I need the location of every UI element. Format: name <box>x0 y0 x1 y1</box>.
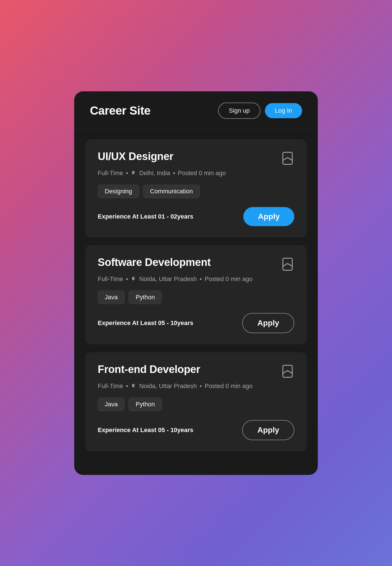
apply-button[interactable]: Apply <box>243 207 294 226</box>
svg-rect-1 <box>283 258 292 270</box>
job-experience: Experience At Least 05 - 10years <box>98 426 193 434</box>
job-meta: Full-Time • Noida, Uttar Pradesh • Poste… <box>98 275 294 283</box>
job-footer: Experience At Least 05 - 10years Apply <box>98 420 294 440</box>
job-type: Full-Time <box>98 170 123 177</box>
job-card-header: UI/UX Designer <box>98 150 294 165</box>
dot-separator: • <box>126 382 128 390</box>
job-tags: JavaPython <box>98 398 294 411</box>
job-experience: Experience At Least 05 - 10years <box>98 319 193 327</box>
job-posted: Posted 0 min ago <box>205 275 253 283</box>
job-tag: Java <box>98 291 125 304</box>
dot-separator: • <box>126 170 128 177</box>
jobs-list: UI/UX Designer Full-Time • Delhi, India … <box>74 129 318 461</box>
job-tag: Java <box>98 398 125 411</box>
job-title: UI/UX Designer <box>98 150 173 163</box>
apply-button[interactable]: Apply <box>242 313 294 333</box>
location-icon <box>131 171 136 175</box>
dot-separator-2: • <box>173 170 175 177</box>
job-footer: Experience At Least 05 - 10years Apply <box>98 313 294 333</box>
location-icon <box>131 277 136 281</box>
job-posted: Posted 0 min ago <box>205 382 253 390</box>
login-button[interactable]: Log In <box>265 103 302 118</box>
job-tag: Communication <box>143 185 200 198</box>
header-actions: Sign up Log In <box>218 103 302 119</box>
job-card: Software Development Full-Time • Noida, … <box>85 245 307 344</box>
bookmark-icon[interactable] <box>281 258 294 271</box>
apply-button[interactable]: Apply <box>242 420 294 440</box>
job-location: Delhi, India <box>139 170 170 177</box>
job-title: Software Development <box>98 256 211 268</box>
job-location: Noida, Uttar Pradesh <box>139 275 197 283</box>
job-meta: Full-Time • Delhi, India • Posted 0 min … <box>98 170 294 177</box>
job-title: Front-end Developer <box>98 363 200 375</box>
job-type: Full-Time <box>98 275 123 283</box>
bookmark-icon[interactable] <box>281 152 294 165</box>
job-tag: Python <box>129 398 162 411</box>
job-card-header: Front-end Developer <box>98 363 294 378</box>
app-container: Career Site Sign up Log In UI/UX Designe… <box>74 91 318 475</box>
job-tag: Python <box>129 291 162 304</box>
job-tags: DesigningCommunication <box>98 185 294 198</box>
job-experience: Experience At Least 01 - 02years <box>98 213 193 220</box>
dot-separator-2: • <box>200 275 202 283</box>
svg-rect-2 <box>283 365 292 377</box>
job-posted: Posted 0 min ago <box>178 170 226 177</box>
job-footer: Experience At Least 01 - 02years Apply <box>98 207 294 226</box>
dot-separator-2: • <box>200 382 202 390</box>
job-tags: JavaPython <box>98 291 294 304</box>
signup-button[interactable]: Sign up <box>218 103 260 119</box>
job-card: Front-end Developer Full-Time • Noida, U… <box>85 352 307 451</box>
job-card-header: Software Development <box>98 256 294 271</box>
site-title: Career Site <box>90 104 150 117</box>
job-meta: Full-Time • Noida, Uttar Pradesh • Poste… <box>98 382 294 390</box>
job-location: Noida, Uttar Pradesh <box>139 382 197 390</box>
svg-rect-0 <box>283 152 292 164</box>
location-icon <box>131 384 136 388</box>
dot-separator: • <box>126 275 128 283</box>
job-type: Full-Time <box>98 382 123 390</box>
job-tag: Designing <box>98 185 139 198</box>
header: Career Site Sign up Log In <box>74 91 318 129</box>
bookmark-icon[interactable] <box>281 365 294 378</box>
job-card: UI/UX Designer Full-Time • Delhi, India … <box>85 139 307 237</box>
